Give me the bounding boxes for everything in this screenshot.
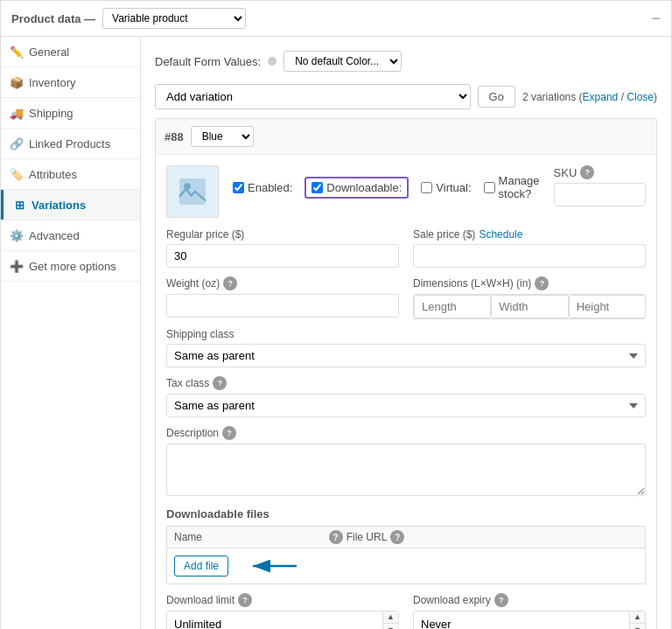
collapse-button[interactable]: − [651, 10, 661, 28]
download-limit-info-icon[interactable]: ? [238, 593, 252, 607]
variation-88: #88 Blue Green Red [155, 118, 657, 629]
tax-class-select[interactable]: Same as parent Standard Reduced rate [166, 394, 646, 417]
sku-info-icon[interactable]: ? [580, 165, 594, 179]
price-row: Regular price ($) Sale price ($) Schedul… [166, 228, 646, 268]
manage-stock-checkbox[interactable] [484, 182, 495, 193]
sidebar-label-inventory: Inventory [29, 76, 75, 89]
length-input[interactable] [414, 295, 491, 318]
variation-toolbar: Add variation Create variations from all… [155, 84, 657, 109]
description-section: Description ? [166, 426, 646, 499]
downloadable-files-header: Downloadable files [166, 507, 646, 521]
height-input[interactable] [569, 295, 645, 318]
add-variation-select[interactable]: Add variation Create variations from all… [155, 84, 471, 109]
add-file-row: Add file [166, 548, 646, 584]
enabled-checkbox[interactable] [233, 182, 244, 193]
download-expiry-up[interactable]: ▲ [630, 612, 645, 624]
product-type-select[interactable]: Variable product Simple product Grouped … [102, 8, 246, 29]
download-limit-input[interactable] [167, 612, 382, 629]
default-form-row: Default Form Values: No default Color... [155, 51, 657, 72]
weight-label: Weight (oz) ? [166, 276, 399, 290]
sidebar-label-linked: Linked Products [29, 137, 110, 150]
download-expiry-input[interactable] [414, 612, 629, 629]
default-color-select[interactable]: No default Color... [284, 51, 402, 72]
regular-price-col: Regular price ($) [166, 228, 399, 268]
sku-input[interactable] [554, 183, 646, 206]
regular-price-input[interactable] [166, 244, 399, 268]
dimensions-col: Dimensions (L×W×H) (in) ? [413, 276, 646, 319]
manage-stock-checkbox-label[interactable]: Manage stock? [484, 174, 540, 200]
width-input[interactable] [491, 295, 568, 318]
sidebar-item-general[interactable]: ✏️ General [1, 37, 140, 67]
main-content: Default Form Values: No default Color...… [141, 37, 671, 629]
downloadable-files-section: Downloadable files Name ? File URL ? Add… [166, 507, 646, 584]
downloadable-label: Downloadable: [326, 181, 402, 194]
download-limit-label: Download limit ? [166, 593, 399, 607]
virtual-label: Virtual: [436, 181, 471, 194]
download-limit-stepper-btns: ▲ ▼ [382, 612, 398, 629]
files-table-header: Name ? File URL ? [166, 526, 646, 548]
sale-price-col: Sale price ($) Schedule [413, 228, 646, 268]
downloadable-checkbox-label[interactable]: Downloadable: [304, 177, 409, 199]
color-dot [268, 57, 276, 66]
description-info-icon[interactable]: ? [222, 426, 236, 440]
download-expiry-info-icon[interactable]: ? [494, 593, 508, 607]
product-data-body: ✏️ General 📦 Inventory 🚚 Shipping [0, 36, 672, 629]
tax-class-section: Tax class ? Same as parent Standard Redu… [166, 376, 646, 417]
sidebar-item-advanced[interactable]: ⚙️ Advanced [1, 220, 140, 251]
variation-88-number: #88 [164, 130, 184, 143]
schedule-link[interactable]: Schedule [479, 228, 522, 241]
manage-stock-label: Manage stock? [499, 174, 540, 200]
download-expiry-stepper-btns: ▲ ▼ [629, 612, 645, 629]
download-expiry-down[interactable]: ▼ [630, 624, 645, 629]
tax-info-icon[interactable]: ? [213, 376, 227, 390]
variation-image[interactable] [166, 165, 219, 218]
weight-info-icon[interactable]: ? [223, 276, 237, 290]
sidebar-item-attributes[interactable]: 🏷️ Attributes [1, 159, 140, 190]
download-limit-up[interactable]: ▲ [383, 612, 398, 624]
link-icon: 🔗 [10, 136, 24, 150]
weight-input[interactable] [166, 294, 399, 318]
variation-88-color-select[interactable]: Blue Green Red [191, 126, 254, 147]
sidebar-nav: ✏️ General 📦 Inventory 🚚 Shipping [1, 37, 140, 282]
enabled-label: Enabled: [248, 181, 292, 194]
shipping-class-select[interactable]: Same as parent No shipping class [166, 344, 646, 367]
default-form-label: Default Form Values: [155, 55, 261, 68]
dimensions-info-icon[interactable]: ? [535, 276, 549, 290]
tax-class-label: Tax class ? [166, 376, 646, 390]
sidebar-label-advanced: Advanced [29, 229, 80, 242]
description-textarea[interactable] [166, 444, 646, 496]
sidebar-item-variations[interactable]: ⊞ Variations [1, 190, 140, 220]
virtual-checkbox-label[interactable]: Virtual: [421, 181, 471, 194]
file-url-col-header: ? File URL ? [329, 530, 638, 544]
product-data-header: Product data — Variable product Simple p… [0, 0, 672, 36]
virtual-checkbox[interactable] [421, 182, 432, 193]
sidebar-item-inventory[interactable]: 📦 Inventory [1, 67, 140, 98]
variation-88-body: Enabled: Downloadable: Virtual: [156, 155, 656, 629]
product-data-label: Product data — [11, 12, 95, 25]
download-limit-stepper: ▲ ▼ [166, 611, 399, 629]
checkboxes-row: Enabled: Downloadable: Virtual: [233, 165, 540, 200]
download-limit-col: Download limit ? ▲ ▼ [166, 593, 399, 629]
sale-price-input[interactable] [413, 244, 646, 268]
download-limit-down[interactable]: ▼ [383, 624, 398, 629]
expand-link[interactable]: Expand [583, 91, 619, 103]
sidebar-item-get-more[interactable]: ➕ Get more options [1, 251, 140, 282]
enabled-checkbox-label[interactable]: Enabled: [233, 181, 292, 194]
sidebar-item-shipping[interactable]: 🚚 Shipping [1, 98, 140, 129]
sidebar-label-variations: Variations [32, 199, 86, 212]
file-url-info-icon[interactable]: ? [329, 530, 343, 544]
go-button[interactable]: Go [478, 86, 515, 108]
downloadable-checkbox[interactable] [312, 182, 323, 193]
image-icon [177, 176, 208, 207]
download-expiry-stepper: ▲ ▼ [413, 611, 646, 629]
sidebar-item-linked-products[interactable]: 🔗 Linked Products [1, 129, 140, 159]
close-link[interactable]: Close [626, 91, 654, 103]
add-file-button[interactable]: Add file [174, 556, 228, 577]
dimensions-group [413, 294, 646, 319]
shipping-class-label: Shipping class [166, 328, 646, 340]
weight-col: Weight (oz) ? [166, 276, 399, 319]
variations-count: 2 variations (Expand / Close) [522, 91, 657, 103]
download-expiry-label: Download expiry ? [413, 593, 646, 607]
variation-88-header: #88 Blue Green Red [156, 119, 656, 155]
file-url-info-icon2[interactable]: ? [390, 530, 404, 544]
